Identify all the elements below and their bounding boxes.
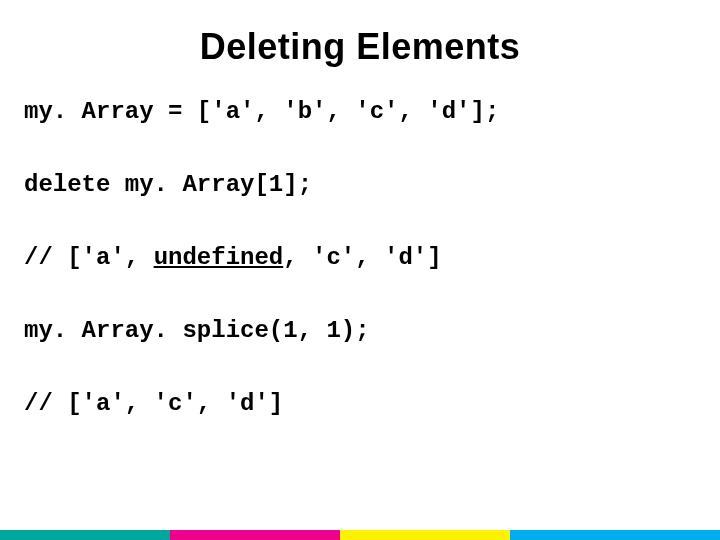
accent-segment-pink <box>170 530 340 540</box>
accent-segment-blue <box>510 530 720 540</box>
code-line-3-suffix: , 'c', 'd'] <box>283 244 441 271</box>
code-line-3-undefined: undefined <box>154 244 284 271</box>
code-line-4: my. Array. splice(1, 1); <box>24 317 696 344</box>
slide-title: Deleting Elements <box>24 26 696 68</box>
code-line-3-prefix: // ['a', <box>24 244 154 271</box>
code-line-1: my. Array = ['a', 'b', 'c', 'd']; <box>24 98 696 125</box>
bottom-accent-bar <box>0 530 720 540</box>
accent-segment-teal <box>0 530 170 540</box>
slide: Deleting Elements my. Array = ['a', 'b',… <box>0 0 720 540</box>
code-line-5: // ['a', 'c', 'd'] <box>24 390 696 417</box>
accent-segment-yellow <box>340 530 510 540</box>
code-line-2: delete my. Array[1]; <box>24 171 696 198</box>
code-line-3: // ['a', undefined, 'c', 'd'] <box>24 244 696 271</box>
